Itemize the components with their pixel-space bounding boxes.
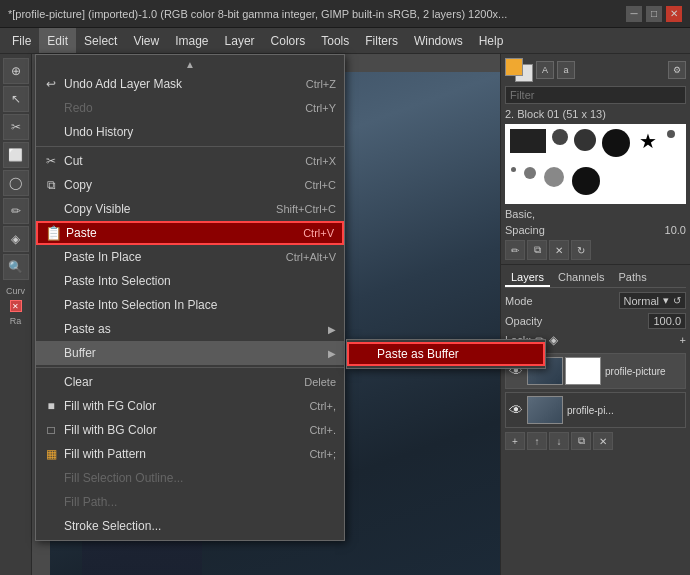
edit-brush-btn[interactable]: ✏ xyxy=(505,240,525,260)
menu-paste-into-selection[interactable]: Paste Into Selection xyxy=(36,269,344,293)
brush-circle-md[interactable] xyxy=(574,129,596,151)
fill-path-label: Fill Path... xyxy=(64,495,117,509)
brush-circle-sm[interactable] xyxy=(552,129,568,145)
menu-fill-bg[interactable]: □ Fill with BG Color Ctrl+. xyxy=(36,418,344,442)
menu-colors[interactable]: Colors xyxy=(263,28,314,53)
duplicate-layer-btn[interactable]: ⧉ xyxy=(571,432,591,450)
menu-fill-fg[interactable]: ■ Fill with FG Color Ctrl+, xyxy=(36,394,344,418)
menu-file[interactable]: File xyxy=(4,28,39,53)
menu-view[interactable]: View xyxy=(125,28,167,53)
brush-dot-2[interactable] xyxy=(511,167,516,172)
menu-select[interactable]: Select xyxy=(76,28,125,53)
tool-zoom[interactable]: 🔍 xyxy=(3,254,29,280)
menu-paste[interactable]: 📋 Paste Ctrl+V xyxy=(36,221,344,245)
menu-tools[interactable]: Tools xyxy=(313,28,357,53)
tool-move[interactable]: ⊕ xyxy=(3,58,29,84)
layers-tab[interactable]: Layers xyxy=(505,269,550,287)
copy-shortcut: Ctrl+C xyxy=(305,179,336,191)
fill-fg-icon: ■ xyxy=(42,397,60,415)
paste-in-place-label: Paste In Place xyxy=(64,250,141,264)
text-tool-indicator[interactable]: A xyxy=(536,61,554,79)
menu-help[interactable]: Help xyxy=(471,28,512,53)
opacity-value[interactable]: 100.0 xyxy=(648,313,686,329)
add-layer-btn[interactable]: + xyxy=(680,334,686,346)
mode-reset-btn[interactable]: ↺ xyxy=(673,295,681,306)
delete-brush-btn[interactable]: ✕ xyxy=(549,240,569,260)
paste-into-sel-label: Paste Into Selection xyxy=(64,274,171,288)
menu-fill-path[interactable]: Fill Path... xyxy=(36,490,344,514)
tool-path[interactable]: ◈ xyxy=(3,226,29,252)
maximize-button[interactable]: □ xyxy=(646,6,662,22)
brush-size-indicator[interactable]: a xyxy=(557,61,575,79)
layer-item-2[interactable]: 👁 profile-pi... xyxy=(505,392,686,428)
fill-pattern-icon: ▦ xyxy=(42,445,60,463)
ra-label: Ra xyxy=(10,316,22,326)
tool-icons-row: ✏ ⧉ ✕ ↻ xyxy=(505,240,686,260)
fg-bg-colors[interactable] xyxy=(505,58,533,82)
new-layer-btn[interactable]: + xyxy=(505,432,525,450)
brush-star[interactable]: ★ xyxy=(636,129,660,153)
fg-color-box xyxy=(505,58,523,76)
settings-icon[interactable]: ⚙ xyxy=(668,61,686,79)
paths-tab[interactable]: Paths xyxy=(613,269,653,287)
brush-circle-lg[interactable] xyxy=(602,129,630,157)
brush-dot-1[interactable] xyxy=(667,130,675,138)
duplicate-brush-btn[interactable]: ⧉ xyxy=(527,240,547,260)
paste-as-icon xyxy=(42,320,60,338)
brush-filter-input[interactable] xyxy=(505,86,686,104)
mode-prop-value[interactable]: Normal ▾ ↺ xyxy=(619,292,686,309)
menu-cut[interactable]: ✂ Cut Ctrl+X xyxy=(36,149,344,173)
menu-edit[interactable]: Edit xyxy=(39,28,76,53)
menu-clear[interactable]: Clear Delete xyxy=(36,370,344,394)
refresh-brush-btn[interactable]: ↻ xyxy=(571,240,591,260)
fill-pattern-shortcut: Ctrl+; xyxy=(309,448,336,460)
tool-rect-select[interactable]: ⬜ xyxy=(3,142,29,168)
menu-buffer[interactable]: Buffer ▶ Paste as Buffer xyxy=(36,341,344,365)
menu-copy-visible[interactable]: Copy Visible Shift+Ctrl+C xyxy=(36,197,344,221)
ra-box: ✕ xyxy=(10,300,22,312)
spacing-row: Spacing 10.0 xyxy=(505,224,686,236)
brush-square[interactable] xyxy=(510,129,546,153)
tool-pointer[interactable]: ↖ xyxy=(3,86,29,112)
brush-circle-xl[interactable] xyxy=(572,167,600,195)
lower-layer-btn[interactable]: ↓ xyxy=(549,432,569,450)
paste-as-buffer-item[interactable]: Paste as Buffer xyxy=(347,342,545,366)
undo-history-label: Undo History xyxy=(64,125,133,139)
close-button[interactable]: ✕ xyxy=(666,6,682,22)
menu-scroll-up[interactable]: ▲ xyxy=(36,57,344,72)
layer-2-thumb xyxy=(527,396,563,424)
channels-tab[interactable]: Channels xyxy=(552,269,610,287)
brush-dot-4[interactable] xyxy=(544,167,564,187)
copy-label: Copy xyxy=(64,178,92,192)
edit-dropdown-menu[interactable]: ▲ ↩ Undo Add Layer Mask Ctrl+Z Redo Ctrl… xyxy=(35,54,345,541)
menu-fill-selection-outline[interactable]: Fill Selection Outline... xyxy=(36,466,344,490)
paste-in-place-icon xyxy=(42,248,60,266)
menu-filters[interactable]: Filters xyxy=(357,28,406,53)
lock-alpha-btn[interactable]: ◈ xyxy=(549,333,558,347)
menu-fill-pattern[interactable]: ▦ Fill with Pattern Ctrl+; xyxy=(36,442,344,466)
menu-paste-as[interactable]: Paste as ▶ xyxy=(36,317,344,341)
ra-indicators: ✕ xyxy=(10,300,22,312)
tool-pencil[interactable]: ✏ xyxy=(3,198,29,224)
delete-layer-btn[interactable]: ✕ xyxy=(593,432,613,450)
menu-redo[interactable]: Redo Ctrl+Y xyxy=(36,96,344,120)
layer-2-visibility[interactable]: 👁 xyxy=(509,402,523,418)
menu-undo-history[interactable]: Undo History xyxy=(36,120,344,144)
raise-layer-btn[interactable]: ↑ xyxy=(527,432,547,450)
tool-crop[interactable]: ✂ xyxy=(3,114,29,140)
title-text: *[profile-picture] (imported)-1.0 (RGB c… xyxy=(8,8,507,20)
buffer-submenu: Paste as Buffer xyxy=(346,339,546,369)
menu-windows[interactable]: Windows xyxy=(406,28,471,53)
menu-layer[interactable]: Layer xyxy=(217,28,263,53)
menu-copy[interactable]: ⧉ Copy Ctrl+C xyxy=(36,173,344,197)
clear-label: Clear xyxy=(64,375,93,389)
brush-dot-3[interactable] xyxy=(524,167,536,179)
buffer-arrow: ▶ xyxy=(328,348,336,359)
menu-paste-in-place[interactable]: Paste In Place Ctrl+Alt+V xyxy=(36,245,344,269)
menu-undo[interactable]: ↩ Undo Add Layer Mask Ctrl+Z xyxy=(36,72,344,96)
tool-ellipse-select[interactable]: ◯ xyxy=(3,170,29,196)
menu-image[interactable]: Image xyxy=(167,28,216,53)
menu-paste-into-selection-in-place[interactable]: Paste Into Selection In Place xyxy=(36,293,344,317)
menu-stroke-selection[interactable]: Stroke Selection... xyxy=(36,514,344,538)
minimize-button[interactable]: ─ xyxy=(626,6,642,22)
